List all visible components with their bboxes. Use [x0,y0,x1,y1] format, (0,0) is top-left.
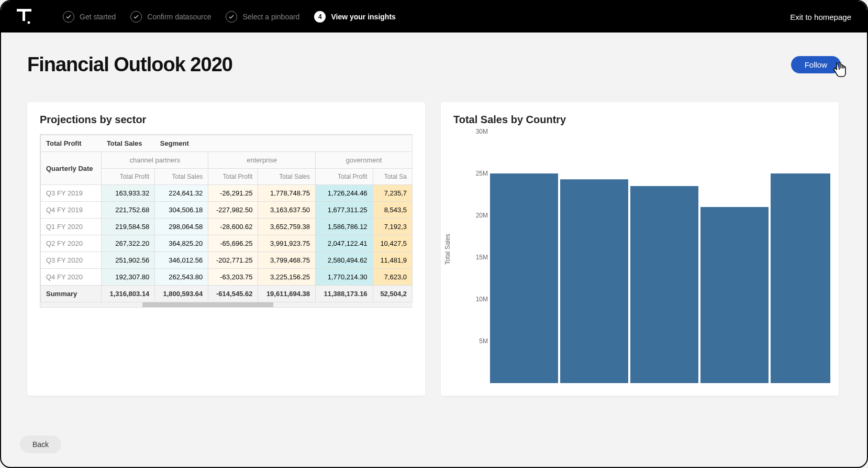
table-row[interactable]: Q4 FY 2020192,307.80262,543.80-63,203.75… [41,269,413,286]
cell: 163,933.32 [102,185,155,202]
th-total-profit[interactable]: Total Profit [41,135,102,152]
cell: 267,322.20 [102,235,155,252]
summary-cell: 52,504,2 [373,286,412,302]
bar[interactable] [630,186,698,383]
summary-cell: 19,611,694.38 [258,286,316,302]
cell: -26,291.25 [208,185,258,202]
cell: -227,982.50 [208,202,258,219]
cell: 1,778,748.75 [258,185,316,202]
cell: 1,586,786.12 [316,219,373,235]
back-button[interactable]: Back [20,436,61,453]
cell: 1,677,311.25 [316,202,373,219]
step-label: Get started [80,13,116,21]
cursor-pointer-icon [832,61,848,81]
bar[interactable] [700,207,769,383]
row-header: Q2 FY 2020 [41,235,102,252]
cell: 10,427,5 [373,235,412,252]
th-sub: Total Sales [258,169,316,185]
check-icon [226,11,237,23]
cell: 7,235,7 [373,185,412,202]
row-header: Q4 FY 2020 [41,269,102,286]
content: Financial Outlook 2020 Follow Projection… [1,32,867,406]
cell: 304,506.18 [155,202,208,219]
step-label: View your insights [331,13,395,21]
cell: -65,696.25 [208,235,258,252]
sales-by-country-card: Total Sales by Country Total Sales 30M25… [441,102,839,396]
summary-row: Summary1,316,803.141,800,593.64-614,545.… [41,286,413,302]
cell: 3,225,156.25 [258,269,316,286]
table-row[interactable]: Q2 FY 2020267,322.20364,825.20-65,696.25… [41,235,413,252]
step-view-insights[interactable]: 4 View your insights [314,11,395,23]
card-title: Total Sales by Country [453,114,826,126]
title-row: Financial Outlook 2020 Follow [27,53,841,76]
check-icon [130,11,142,23]
cell: 1,770,214.30 [316,269,373,286]
th-total-sales[interactable]: Total Sales [102,135,155,152]
cell: 262,543.80 [155,269,208,286]
cell: 221,752.68 [102,202,155,219]
cell: 3,652,759.38 [258,219,316,235]
summary-cell: -614,545.62 [208,286,258,302]
th-seg-government[interactable]: government [316,152,413,169]
projections-table: Total Profit Total Sales Segment Quarter… [40,135,413,302]
summary-cell: 11,388,173.16 [316,286,373,302]
cell: 192,307.80 [102,269,155,286]
cell: 7,623,0 [373,269,412,286]
step-confirm-datasource[interactable]: Confirm datasource [130,11,211,23]
bar[interactable] [490,173,558,383]
cell: -63,203.75 [208,269,258,286]
table-row[interactable]: Q3 FY 2020251,902.56346,012.56-202,771.2… [41,252,413,269]
step-select-pinboard[interactable]: Select a pinboard [226,11,299,23]
table-row[interactable]: Q3 FY 2019163,933.32224,641.32-26,291.25… [41,185,413,202]
page-title: Financial Outlook 2020 [27,53,232,76]
step-number: 4 [314,11,326,23]
cell: 251,902.56 [102,252,155,269]
th-sub: Total Profit [316,169,373,185]
cell: -202,771.25 [208,252,258,269]
th-seg-enterprise[interactable]: enterprise [208,152,316,169]
cell: 219,584.58 [102,219,155,235]
steps: Get started Confirm datasource Select a … [63,11,396,23]
cell: 298,064.58 [155,219,208,235]
th-quarterly-date[interactable]: Quarterly Date [41,152,102,185]
bar-chart [453,132,830,388]
table-wrap: Total Profit Total Sales Segment Quarter… [40,134,413,308]
cell: 3,163,637.50 [258,202,316,219]
logo [17,9,31,25]
check-icon [63,11,74,23]
horizontal-scrollbar[interactable] [40,302,413,307]
cell: 2,047,122.41 [316,235,373,252]
th-sub: Total Sales [155,169,208,185]
bar[interactable] [560,179,628,383]
th-sub: Total Sa [373,169,412,185]
th-sub: Total Profit [102,169,155,185]
cell: -28,600.62 [208,219,258,235]
topbar: Get started Confirm datasource Select a … [1,1,867,32]
table-row[interactable]: Q1 FY 2020219,584.58298,064.58-28,600.62… [41,219,413,235]
cell: 1,726,244.46 [316,185,373,202]
cell: 3,799,468.75 [258,252,316,269]
bar[interactable] [771,173,830,383]
cell: 11,481,9 [373,252,412,269]
summary-cell: 1,800,593.64 [155,286,208,302]
cell: 3,991,923.75 [258,235,316,252]
cards-row: Projections by sector Total Profit Total… [27,102,841,396]
cell: 224,641.32 [155,185,208,202]
summary-cell: 1,316,803.14 [102,286,155,302]
cell: 7,192,3 [373,219,412,235]
row-header: Q1 FY 2020 [41,219,102,235]
y-axis-label: Total Sales [444,234,451,265]
row-header: Q3 FY 2019 [41,185,102,202]
step-get-started[interactable]: Get started [63,11,116,23]
cell: 346,012.56 [155,252,208,269]
exit-link[interactable]: Exit to homepage [790,13,851,21]
svg-point-2 [28,21,30,24]
th-segment[interactable]: Segment [155,135,413,152]
th-seg-channel[interactable]: channel partners [102,152,208,169]
cell: 8,543,5 [373,202,412,219]
row-header: Q3 FY 2020 [41,252,102,269]
step-label: Select a pinboard [242,13,299,21]
table-row[interactable]: Q4 FY 2019221,752.68304,506.18-227,982.5… [41,202,413,219]
row-header: Q4 FY 2019 [41,202,102,219]
summary-label: Summary [41,286,102,302]
